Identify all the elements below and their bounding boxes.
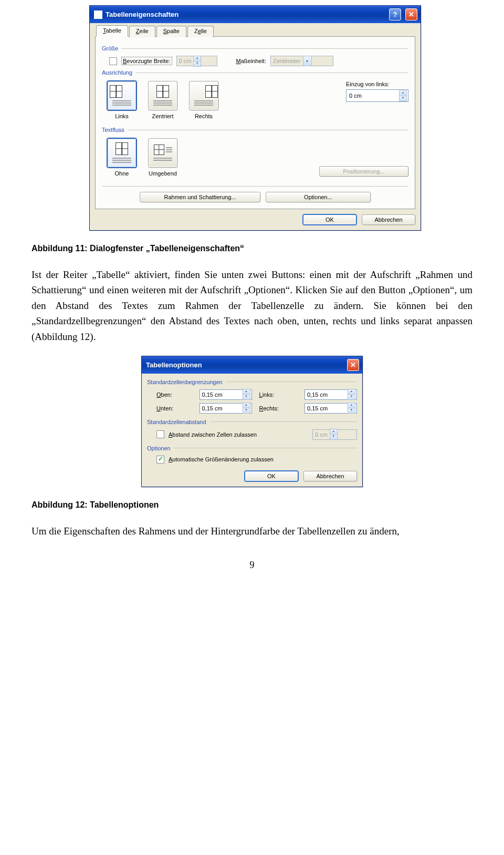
indent-from-left: Einzug von links: 0 cm ▲▼ (335, 81, 408, 102)
top-input[interactable]: 0,15 cm▲▼ (200, 389, 252, 400)
auto-resize-label: Automatische Größenänderung zulassen (169, 456, 274, 462)
tab-column[interactable]: Spalte (156, 26, 186, 37)
align-right-option[interactable]: Rechts (189, 81, 218, 119)
table-align-center-icon (156, 85, 169, 98)
group-textflow: Textfluss (102, 127, 408, 133)
tabs: Tabelle Zeile Spalte Zelle (95, 25, 415, 37)
table-properties-dialog: Tabelleneigenschaften ? ✕ Tabelle Zeile … (89, 5, 421, 231)
table-align-right-icon (205, 85, 218, 98)
positioning-button: Positionierung... (319, 166, 408, 177)
group-options: Optionen (147, 445, 357, 451)
chevron-down-icon: ▾ (303, 56, 312, 66)
indent-label: Einzug von links: (346, 81, 408, 87)
options-button[interactable]: Optionen... (266, 192, 371, 202)
ok-button[interactable]: OK (303, 214, 356, 225)
body-paragraph-1: Ist der Reiter „Tabelle“ aktiviert, find… (32, 267, 472, 344)
body-paragraph-2: Um die Eigenschaften des Rahmens und der… (32, 523, 472, 539)
tab-panel-table: Größe Bevorzugte Breite: 0 cm ▲▼ Maßeinh… (95, 36, 415, 209)
left-label: Links: (259, 392, 297, 398)
table-options-dialog: Tabellenoptionen ✕ Standardzellenbegrenz… (141, 356, 363, 487)
tab-cell[interactable]: Zelle (187, 26, 214, 37)
left-input[interactable]: 0,15 cm▲▼ (304, 389, 357, 400)
close-button[interactable]: ✕ (405, 8, 417, 20)
tab-table[interactable]: Tabelle (96, 25, 128, 37)
wrap-around-option[interactable]: Umgebend (148, 138, 177, 177)
align-center-option[interactable]: Zentriert (148, 81, 177, 119)
ok-button[interactable]: OK (245, 471, 298, 481)
preferred-width-input: 0 cm ▲▼ (176, 56, 217, 66)
indent-input[interactable]: 0 cm ▲▼ (346, 89, 408, 102)
preferred-width-checkbox[interactable] (109, 57, 117, 65)
cancel-button[interactable]: Abbrechen (303, 471, 357, 481)
titlebar[interactable]: Tabellenoptionen ✕ (142, 356, 362, 374)
bottom-input[interactable]: 0,15 cm▲▼ (200, 403, 252, 414)
align-left-option[interactable]: Links (107, 81, 136, 119)
border-shading-button[interactable]: Rahmen und Schattierung... (140, 192, 260, 202)
page-number: 9 (32, 560, 472, 571)
cancel-button[interactable]: Abbrechen (362, 214, 415, 225)
app-icon (94, 11, 102, 19)
tab-row[interactable]: Zeile (129, 26, 155, 37)
group-size: Größe (102, 45, 408, 51)
figure-caption-11: Abbildung 11: Dialogfenster „Tabelleneig… (32, 242, 472, 255)
right-input[interactable]: 0,15 cm▲▼ (304, 403, 357, 414)
unit-label: Maßeinheit: (236, 58, 266, 64)
window-title: Tabelleneigenschaften (106, 11, 178, 18)
close-button[interactable]: ✕ (347, 359, 359, 371)
allow-spacing-checkbox[interactable] (156, 430, 164, 438)
spacing-input: 0 cm▲▼ (312, 429, 357, 440)
auto-resize-checkbox[interactable] (156, 456, 164, 463)
bottom-label: Unten: (156, 405, 192, 411)
table-wrap-around-icon (154, 145, 164, 155)
window-title: Tabellenoptionen (146, 361, 202, 369)
spinner-icon[interactable]: ▲▼ (399, 90, 407, 101)
table-wrap-none-icon (116, 142, 128, 155)
group-cell-spacing: Standardzellenabstand (147, 419, 357, 425)
preferred-width-label: Bevorzugte Breite: (121, 57, 172, 65)
right-label: Rechts: (259, 405, 297, 411)
help-button[interactable]: ? (389, 8, 401, 20)
titlebar[interactable]: Tabelleneigenschaften ? ✕ (90, 6, 421, 23)
group-cell-margins: Standardzellenbegrenzungen (147, 379, 357, 385)
figure-caption-12: Abbildung 12: Tabellenoptionen (32, 499, 472, 512)
wrap-none-option[interactable]: Ohne (107, 138, 136, 177)
allow-spacing-label: Abstand zwischen Zellen zulassen (169, 431, 257, 438)
top-label: Oben: (156, 392, 192, 398)
group-alignment: Ausrichtung (102, 69, 408, 76)
table-align-left-icon (110, 85, 122, 98)
unit-combobox: Zentimeter ▾ (270, 56, 333, 66)
spinner-icon: ▲▼ (193, 56, 201, 67)
